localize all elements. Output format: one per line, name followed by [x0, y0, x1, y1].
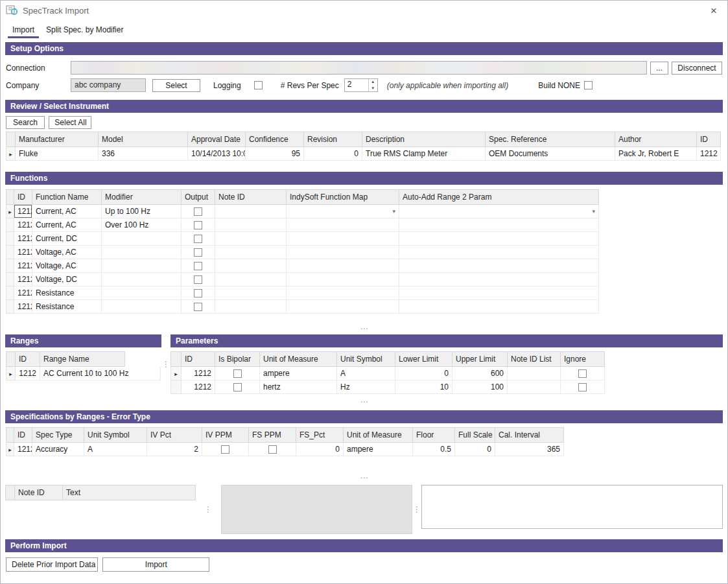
tab-split-spec-by-modifier[interactable]: Split Spec. by Modifier — [40, 23, 129, 38]
cell-lower-limit[interactable]: 0 — [395, 367, 452, 380]
function-row[interactable]: 1212 Voltage, AC — [6, 259, 599, 273]
cell-full-scale[interactable]: 0 — [455, 443, 495, 456]
cell-confidence[interactable]: 95 — [246, 147, 304, 161]
cell-note-id-list[interactable] — [508, 380, 561, 394]
tab-import[interactable]: Import — [6, 23, 40, 38]
cell-function-name[interactable]: Resistance — [32, 286, 102, 300]
cell-manufacturer[interactable]: Fluke — [16, 147, 99, 161]
parameter-row[interactable]: ▸ 1212 ampere A 0 600 — [171, 367, 605, 380]
output-checkbox[interactable] — [194, 221, 202, 229]
cell-unit-of-measure[interactable]: hertz — [260, 380, 337, 394]
cell-range-id[interactable]: 1212 — [16, 367, 40, 380]
ignore-checkbox[interactable] — [578, 369, 587, 378]
cell-modifier[interactable]: Up to 100 Hz — [102, 205, 182, 218]
revs-per-spec-stepper[interactable]: 2 ▲ ▼ — [344, 78, 378, 92]
cell-auto-add-range-2-param[interactable] — [399, 300, 599, 314]
stepper-down-icon[interactable]: ▼ — [369, 86, 377, 92]
cell-note-id[interactable] — [215, 273, 287, 286]
connection-input[interactable] — [71, 61, 647, 75]
cell-modifier[interactable] — [102, 232, 182, 246]
cell-function-name[interactable]: Voltage, AC — [32, 246, 102, 259]
connection-browse-button[interactable]: ... — [650, 62, 668, 75]
cell-function-name[interactable]: Voltage, DC — [32, 273, 102, 286]
cell-modifier[interactable] — [102, 300, 182, 314]
cell-unit-symbol[interactable]: Hz — [337, 380, 395, 394]
cell-param-id[interactable]: 1212 — [182, 367, 215, 380]
col-manufacturer[interactable]: Manufacturer — [16, 132, 99, 147]
col-indysoft-function-map[interactable]: IndySoft Function Map — [287, 190, 399, 205]
cell-note-id[interactable] — [215, 300, 287, 314]
cell-auto-add-range-2-param[interactable] — [399, 259, 599, 273]
cell-auto-add-range-2-param[interactable] — [399, 232, 599, 246]
horizontal-splitter[interactable]: ⋯ — [1, 474, 727, 481]
cell-indysoft-function-map[interactable] — [287, 259, 399, 273]
function-row[interactable]: 1212 Current, DC — [6, 232, 599, 246]
cell-note-id[interactable] — [215, 205, 287, 218]
cell-function-name[interactable]: Current, AC — [32, 218, 102, 232]
cell-function-name[interactable]: Voltage, AC — [32, 259, 102, 273]
col-unit-symbol[interactable]: Unit Symbol — [337, 352, 395, 367]
cell-unit-of-measure[interactable]: ampere — [260, 367, 337, 380]
delete-prior-import-data-button[interactable]: Delete Prior Import Data — [6, 557, 98, 572]
output-checkbox[interactable] — [194, 275, 202, 284]
cell-indysoft-function-map[interactable] — [287, 246, 399, 259]
cell-modifier[interactable] — [102, 286, 182, 300]
cell-spec-reference[interactable]: OEM Documents — [486, 147, 615, 161]
cell-func-id[interactable]: 1212 — [14, 205, 32, 218]
cell-function-name[interactable]: Current, DC — [32, 232, 102, 246]
close-icon[interactable]: × — [705, 5, 722, 16]
col-note-text[interactable]: Text — [63, 485, 196, 500]
horizontal-splitter[interactable]: ⋯ — [1, 399, 727, 405]
cell-indysoft-function-map[interactable] — [287, 218, 399, 232]
range-row[interactable]: ▸ 1212 AC Current 10 to 100 Hz — [6, 367, 161, 380]
cell-note-id-list[interactable] — [508, 367, 561, 380]
cell-note-id[interactable] — [215, 286, 287, 300]
cell-cal-interval[interactable]: 365 — [495, 443, 564, 456]
vertical-splitter[interactable]: ⋮ — [412, 485, 421, 534]
col-note-id[interactable]: Note ID — [215, 190, 287, 205]
cell-iv-pct[interactable]: 2 — [147, 443, 202, 456]
output-checkbox[interactable] — [194, 248, 202, 257]
cell-modifier[interactable]: Over 100 Hz — [102, 218, 182, 232]
cell-note-id[interactable] — [215, 218, 287, 232]
cell-auto-add-range-2-param[interactable] — [399, 218, 599, 232]
col-fs-ppm[interactable]: FS PPM — [249, 428, 296, 443]
dropdown-arrow-icon[interactable]: ▾ — [592, 207, 595, 216]
cell-note-id[interactable] — [215, 259, 287, 273]
cell-author[interactable]: Pack Jr, Robert E — [615, 147, 697, 161]
build-none-checkbox[interactable] — [584, 81, 593, 89]
output-checkbox[interactable] — [194, 289, 202, 298]
cell-auto-add-range-2-param[interactable] — [399, 273, 599, 286]
iv-ppm-checkbox[interactable] — [221, 445, 229, 454]
is-bipolar-checkbox[interactable] — [233, 383, 242, 391]
col-ignore[interactable]: Ignore — [561, 352, 605, 367]
cell-upper-limit[interactable]: 100 — [452, 380, 508, 394]
cell-unit-symbol[interactable]: A — [337, 367, 395, 380]
import-button[interactable]: Import — [102, 557, 209, 572]
col-floor[interactable]: Floor — [413, 428, 455, 443]
vertical-splitter[interactable]: ⋮ — [195, 485, 221, 534]
col-is-bipolar[interactable]: Is Bipolar — [215, 352, 260, 367]
cell-description[interactable]: True RMS Clamp Meter — [362, 147, 486, 161]
col-function-name[interactable]: Function Name — [32, 190, 102, 205]
cell-indysoft-function-map[interactable] — [287, 232, 399, 246]
col-note-id[interactable]: Note ID — [15, 485, 63, 500]
col-author[interactable]: Author — [615, 132, 697, 147]
function-row[interactable]: 1212 Voltage, AC — [6, 246, 599, 259]
col-modifier[interactable]: Modifier — [102, 190, 182, 205]
function-row[interactable]: 1212 Voltage, DC — [6, 273, 599, 286]
col-lower-limit[interactable]: Lower Limit — [395, 352, 452, 367]
cell-param-id[interactable]: 1212 — [182, 380, 215, 394]
cell-lower-limit[interactable]: 10 — [395, 380, 452, 394]
stepper-up-icon[interactable]: ▲ — [369, 79, 377, 86]
col-revision[interactable]: Revision — [304, 132, 362, 147]
cell-note-id[interactable] — [215, 246, 287, 259]
col-cal-interval[interactable]: Cal. Interval — [495, 428, 564, 443]
output-checkbox[interactable] — [194, 303, 202, 311]
cell-approval-date[interactable]: 10/14/2013 10:01:2 — [188, 147, 246, 161]
cell-modifier[interactable] — [102, 246, 182, 259]
col-fs-pct[interactable]: FS_Pct — [296, 428, 344, 443]
ignore-checkbox[interactable] — [578, 383, 587, 391]
col-iv-ppm[interactable]: IV PPM — [202, 428, 249, 443]
cell-note-id[interactable] — [215, 232, 287, 246]
